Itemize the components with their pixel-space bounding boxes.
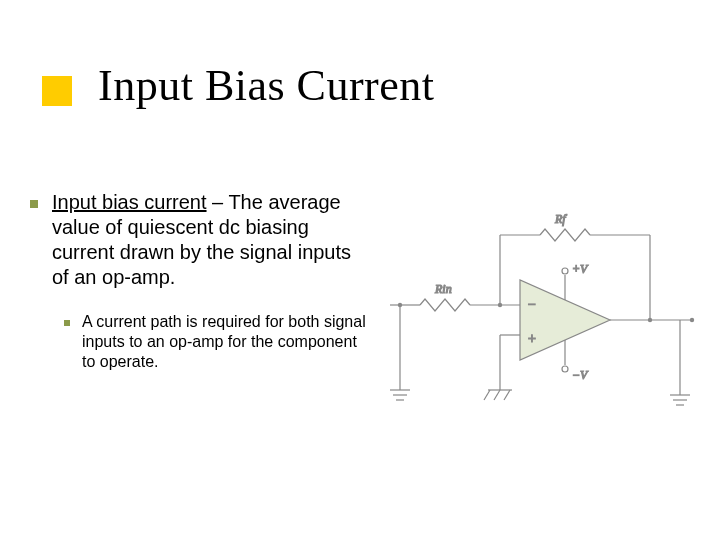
bullet-icon (64, 320, 70, 326)
bullet-icon (30, 200, 38, 208)
label-minus: − (528, 297, 536, 312)
svg-point-14 (690, 318, 694, 322)
accent-box (42, 76, 72, 106)
slide-title: Input Bias Current (98, 60, 435, 111)
sub-bullet: A current path is required for both sign… (64, 312, 370, 372)
svg-line-23 (494, 390, 500, 400)
main-bullet-text: Input bias current – The average value o… (52, 190, 370, 290)
label-minus-v: −V (572, 368, 589, 382)
main-bullet: Input bias current – The average value o… (30, 190, 370, 290)
svg-point-29 (398, 303, 402, 307)
label-plus-v: +V (572, 262, 589, 276)
label-plus: + (528, 331, 536, 346)
svg-point-11 (562, 366, 568, 372)
label-rf: Rf (554, 212, 567, 226)
opamp-circuit-figure: Rin Rf − + +V −V (390, 195, 700, 425)
sub-bullet-text: A current path is required for both sign… (82, 312, 370, 372)
body-column: Input bias current – The average value o… (30, 190, 370, 372)
svg-line-24 (504, 390, 510, 400)
svg-point-13 (648, 318, 652, 322)
label-rin: Rin (434, 282, 452, 296)
term: Input bias current (52, 191, 207, 213)
svg-line-22 (484, 390, 490, 400)
svg-point-9 (562, 268, 568, 274)
